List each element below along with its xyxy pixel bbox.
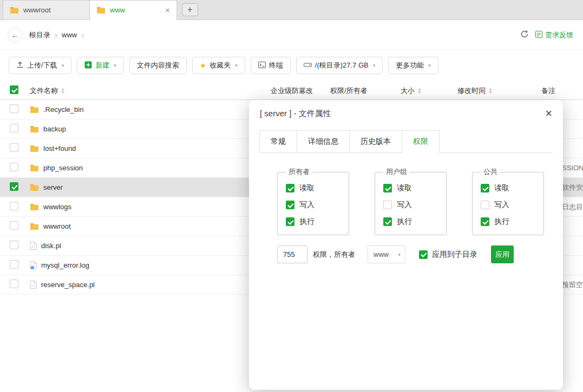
row-checkbox[interactable] [10,202,18,210]
breadcrumb-item-www[interactable]: www [62,31,77,39]
header-tamper: 企业级防篡改 [271,86,330,96]
row-checkbox[interactable] [10,163,18,171]
content-search-button[interactable]: 文件内容搜索 [129,57,187,74]
write-checkbox[interactable] [383,201,392,209]
permission-item: 写入 [481,200,543,210]
checkbox-label: 写入 [299,200,315,210]
window-tab-label: wwwroot [23,6,51,14]
chevron-right-icon: › [55,31,57,39]
folder-icon [30,164,39,172]
write-checkbox[interactable] [481,201,489,209]
table-header: 文件名称 企业级防篡改 权限/所有者 大小 修改时间 备注 [0,82,583,100]
path-input-area[interactable] [90,27,514,43]
select-all-checkbox[interactable] [10,85,18,94]
permission-value-input[interactable] [277,245,307,263]
more-functions-button[interactable]: 更多功能 ▾ [388,57,438,74]
sort-icon [61,88,64,94]
row-checkbox[interactable] [10,124,18,132]
disk-selector-button[interactable]: /(根目录)27.7 GB ▾ [296,57,383,74]
folder-icon [30,223,39,230]
tab-history[interactable]: 历史版本 [349,130,402,152]
execute-checkbox[interactable] [481,217,489,226]
permission-item: 执行 [383,217,446,227]
header-label: 大小 [401,86,415,96]
button-label: 上传/下载 [27,61,57,70]
row-checkbox[interactable] [10,182,18,191]
navigation-bar: ← 根目录 › www › 需求反馈 [0,20,583,50]
header-size[interactable]: 大小 [401,86,457,96]
header-file-name[interactable]: 文件名称 [22,86,271,96]
checkbox-label: 写入 [494,200,509,210]
row-checkbox[interactable] [10,260,18,269]
button-label: 文件内容搜索 [137,61,179,70]
file-name: wwwroot [43,222,71,230]
chevron-down-icon: ▾ [114,63,116,68]
row-checkbox[interactable] [10,104,18,113]
header-label: 修改时间 [457,86,486,96]
owner-select[interactable]: www ▾ [368,245,405,263]
apply-to-subdir: 应用到子目录 [419,250,477,260]
dialog-header: [ server ] - 文件属性 × [249,100,563,119]
group-legend: 所有者 [286,167,312,177]
file-name: mysql_error.log [41,261,89,269]
header-note: 备注 [533,86,583,96]
terminal-button[interactable]: 终端 [251,57,291,74]
file-note: 软件安 [562,178,583,197]
owner-select-value: www [374,250,389,258]
tab-general[interactable]: 常规 [259,130,297,152]
checkbox-label: 读取 [494,183,509,193]
header-perm-owner: 权限/所有者 [330,86,401,96]
close-tab-icon[interactable]: × [165,6,170,14]
terminal-icon [258,62,266,70]
upload-download-button[interactable]: 上传/下载 ▾ [9,57,71,74]
execute-checkbox[interactable] [383,217,392,226]
apply-button[interactable]: 应用 [491,245,514,263]
row-checkbox[interactable] [10,241,18,249]
tab-permissions[interactable]: 权限 [402,130,440,152]
feedback-link[interactable]: 需求反馈 [535,30,573,40]
close-icon[interactable]: × [545,108,552,119]
folder-icon [96,6,106,14]
log-file-icon [30,261,37,269]
row-checkbox[interactable] [10,280,18,288]
file-name: backup [43,125,66,133]
header-label: 企业级防篡改 [271,86,313,96]
star-icon: ★ [200,62,207,69]
write-checkbox[interactable] [286,201,294,209]
header-label: 文件名称 [30,86,58,96]
row-checkbox[interactable] [10,221,18,230]
dialog-title: [ server ] - 文件属性 [260,109,331,119]
permission-item: 写入 [383,200,446,210]
favorites-button[interactable]: ★ 收藏夹 ▾ [192,57,245,74]
tab-details[interactable]: 详细信息 [297,130,349,152]
read-checkbox[interactable] [286,184,294,192]
permission-groups: 所有者 读取 写入 执行 用户组 读取 写入 [249,153,563,235]
feedback-label: 需求反馈 [545,30,573,40]
file-icon [30,242,37,250]
execute-checkbox[interactable] [286,217,294,226]
window-tab-wwwroot[interactable]: wwwroot [3,0,90,19]
window-tab-www[interactable]: www × [90,0,177,20]
new-button[interactable]: 新建 ▾ [77,57,124,74]
read-checkbox[interactable] [481,184,489,192]
read-checkbox[interactable] [383,184,392,192]
group-legend: 用户组 [383,167,410,177]
apply-subdir-checkbox[interactable] [419,250,428,259]
new-tab-button[interactable]: + [182,3,198,16]
back-button[interactable]: ← [8,28,23,43]
row-checkbox[interactable] [10,143,18,152]
refresh-button[interactable] [520,30,529,40]
window-tab-label: www [110,6,125,14]
file-properties-dialog: [ server ] - 文件属性 × 常规 详细信息 历史版本 权限 所有者 … [249,100,563,390]
file-note: SSION [562,158,583,178]
button-label: 更多功能 [396,61,424,70]
file-name: reserve_space.pl [41,281,95,289]
header-mtime[interactable]: 修改时间 [457,86,533,96]
window-tabbar: wwwroot www × + [0,0,583,20]
checkbox-label: 读取 [299,183,315,193]
file-note: 日志目 [562,197,583,217]
permission-owner-label: 权限，所有者 [313,250,355,260]
breadcrumb-item-root[interactable]: 根目录 [29,30,50,40]
button-label: 新建 [95,61,109,70]
upload-icon [16,61,24,70]
